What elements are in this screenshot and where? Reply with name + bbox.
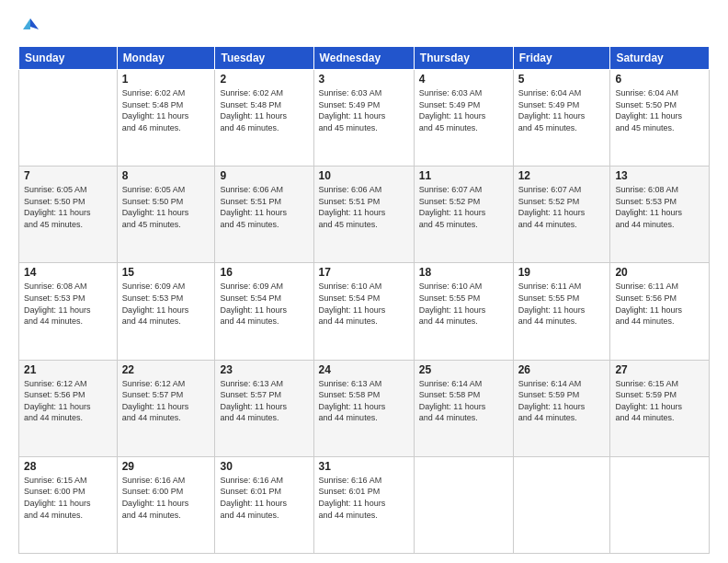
calendar-header-saturday: Saturday bbox=[610, 47, 710, 70]
calendar-cell: 23 Sunrise: 6:13 AM Sunset: 5:57 PM Dayl… bbox=[215, 360, 313, 456]
day-number: 13 bbox=[615, 169, 704, 182]
day-number: 28 bbox=[24, 460, 112, 473]
calendar-week-5: 28 Sunrise: 6:15 AM Sunset: 6:00 PM Dayl… bbox=[19, 456, 710, 553]
calendar-week-4: 21 Sunrise: 6:12 AM Sunset: 5:56 PM Dayl… bbox=[19, 360, 710, 456]
calendar-cell: 22 Sunrise: 6:12 AM Sunset: 5:57 PM Dayl… bbox=[117, 360, 215, 456]
calendar-header-tuesday: Tuesday bbox=[215, 47, 313, 70]
calendar-cell: 24 Sunrise: 6:13 AM Sunset: 5:58 PM Dayl… bbox=[313, 360, 414, 456]
day-number: 30 bbox=[220, 460, 308, 473]
day-info: Sunrise: 6:08 AM Sunset: 5:53 PM Dayligh… bbox=[615, 184, 704, 230]
calendar-cell: 3 Sunrise: 6:03 AM Sunset: 5:49 PM Dayli… bbox=[313, 70, 414, 167]
calendar-cell: 15 Sunrise: 6:09 AM Sunset: 5:53 PM Dayl… bbox=[117, 263, 215, 360]
calendar-cell bbox=[610, 456, 710, 553]
calendar-cell: 1 Sunrise: 6:02 AM Sunset: 5:48 PM Dayli… bbox=[117, 70, 215, 167]
calendar-cell: 25 Sunrise: 6:14 AM Sunset: 5:58 PM Dayl… bbox=[414, 360, 513, 456]
calendar-cell bbox=[513, 456, 610, 553]
calendar-cell: 14 Sunrise: 6:08 AM Sunset: 5:53 PM Dayl… bbox=[19, 263, 118, 360]
day-info: Sunrise: 6:16 AM Sunset: 6:00 PM Dayligh… bbox=[122, 475, 210, 521]
day-number: 7 bbox=[24, 169, 112, 182]
calendar-week-3: 14 Sunrise: 6:08 AM Sunset: 5:53 PM Dayl… bbox=[19, 263, 710, 360]
day-number: 15 bbox=[122, 266, 210, 279]
svg-marker-0 bbox=[30, 18, 39, 29]
calendar-cell: 21 Sunrise: 6:12 AM Sunset: 5:56 PM Dayl… bbox=[19, 360, 118, 456]
day-info: Sunrise: 6:08 AM Sunset: 5:53 PM Dayligh… bbox=[24, 281, 112, 327]
day-info: Sunrise: 6:02 AM Sunset: 5:48 PM Dayligh… bbox=[122, 87, 210, 133]
calendar-cell: 16 Sunrise: 6:09 AM Sunset: 5:54 PM Dayl… bbox=[215, 263, 313, 360]
day-info: Sunrise: 6:16 AM Sunset: 6:01 PM Dayligh… bbox=[220, 475, 308, 521]
day-info: Sunrise: 6:12 AM Sunset: 5:57 PM Dayligh… bbox=[122, 378, 210, 424]
day-info: Sunrise: 6:03 AM Sunset: 5:49 PM Dayligh… bbox=[419, 87, 508, 133]
day-number: 21 bbox=[24, 363, 112, 376]
day-info: Sunrise: 6:10 AM Sunset: 5:54 PM Dayligh… bbox=[319, 281, 409, 327]
day-info: Sunrise: 6:06 AM Sunset: 5:51 PM Dayligh… bbox=[220, 184, 308, 230]
day-number: 4 bbox=[419, 73, 508, 86]
logo-icon bbox=[20, 17, 40, 37]
day-number: 26 bbox=[518, 363, 606, 376]
day-info: Sunrise: 6:10 AM Sunset: 5:55 PM Dayligh… bbox=[419, 281, 508, 327]
calendar-cell: 29 Sunrise: 6:16 AM Sunset: 6:00 PM Dayl… bbox=[117, 456, 215, 553]
day-info: Sunrise: 6:06 AM Sunset: 5:51 PM Dayligh… bbox=[319, 184, 409, 230]
calendar-cell: 8 Sunrise: 6:05 AM Sunset: 5:50 PM Dayli… bbox=[117, 167, 215, 263]
day-number: 8 bbox=[122, 169, 210, 182]
calendar-cell bbox=[19, 70, 118, 167]
calendar-cell: 27 Sunrise: 6:15 AM Sunset: 5:59 PM Dayl… bbox=[610, 360, 710, 456]
day-info: Sunrise: 6:14 AM Sunset: 5:59 PM Dayligh… bbox=[518, 378, 606, 424]
calendar-cell: 30 Sunrise: 6:16 AM Sunset: 6:01 PM Dayl… bbox=[215, 456, 313, 553]
day-number: 1 bbox=[122, 73, 210, 86]
day-number: 11 bbox=[419, 169, 508, 182]
day-info: Sunrise: 6:11 AM Sunset: 5:55 PM Dayligh… bbox=[518, 281, 606, 327]
day-info: Sunrise: 6:05 AM Sunset: 5:50 PM Dayligh… bbox=[24, 184, 112, 230]
day-number: 31 bbox=[319, 460, 409, 473]
day-info: Sunrise: 6:03 AM Sunset: 5:49 PM Dayligh… bbox=[319, 87, 409, 133]
day-number: 29 bbox=[122, 460, 210, 473]
day-info: Sunrise: 6:13 AM Sunset: 5:58 PM Dayligh… bbox=[319, 378, 409, 424]
calendar-cell: 11 Sunrise: 6:07 AM Sunset: 5:52 PM Dayl… bbox=[414, 167, 513, 263]
day-info: Sunrise: 6:16 AM Sunset: 6:01 PM Dayligh… bbox=[319, 475, 409, 521]
calendar: SundayMondayTuesdayWednesdayThursdayFrid… bbox=[18, 46, 710, 554]
calendar-cell: 2 Sunrise: 6:02 AM Sunset: 5:48 PM Dayli… bbox=[215, 70, 313, 167]
day-number: 10 bbox=[319, 169, 409, 182]
calendar-header-thursday: Thursday bbox=[414, 47, 513, 70]
day-info: Sunrise: 6:04 AM Sunset: 5:50 PM Dayligh… bbox=[615, 87, 704, 133]
calendar-cell: 7 Sunrise: 6:05 AM Sunset: 5:50 PM Dayli… bbox=[19, 167, 118, 263]
day-info: Sunrise: 6:07 AM Sunset: 5:52 PM Dayligh… bbox=[419, 184, 508, 230]
day-number: 6 bbox=[615, 73, 704, 86]
page: SundayMondayTuesdayWednesdayThursdayFrid… bbox=[0, 0, 728, 563]
calendar-cell: 20 Sunrise: 6:11 AM Sunset: 5:56 PM Dayl… bbox=[610, 263, 710, 360]
header bbox=[18, 17, 710, 37]
day-number: 18 bbox=[419, 266, 508, 279]
calendar-cell: 4 Sunrise: 6:03 AM Sunset: 5:49 PM Dayli… bbox=[414, 70, 513, 167]
day-info: Sunrise: 6:15 AM Sunset: 6:00 PM Dayligh… bbox=[24, 475, 112, 521]
calendar-cell: 18 Sunrise: 6:10 AM Sunset: 5:55 PM Dayl… bbox=[414, 263, 513, 360]
day-info: Sunrise: 6:11 AM Sunset: 5:56 PM Dayligh… bbox=[615, 281, 704, 327]
day-number: 9 bbox=[220, 169, 308, 182]
day-number: 16 bbox=[220, 266, 308, 279]
calendar-cell: 28 Sunrise: 6:15 AM Sunset: 6:00 PM Dayl… bbox=[19, 456, 118, 553]
day-number: 12 bbox=[518, 169, 606, 182]
calendar-header-monday: Monday bbox=[117, 47, 215, 70]
calendar-cell: 13 Sunrise: 6:08 AM Sunset: 5:53 PM Dayl… bbox=[610, 167, 710, 263]
calendar-cell: 10 Sunrise: 6:06 AM Sunset: 5:51 PM Dayl… bbox=[313, 167, 414, 263]
day-number: 22 bbox=[122, 363, 210, 376]
day-number: 5 bbox=[518, 73, 606, 86]
day-number: 2 bbox=[220, 73, 308, 86]
day-info: Sunrise: 6:13 AM Sunset: 5:57 PM Dayligh… bbox=[220, 378, 308, 424]
logo bbox=[18, 17, 40, 37]
calendar-cell bbox=[414, 456, 513, 553]
calendar-header-row: SundayMondayTuesdayWednesdayThursdayFrid… bbox=[19, 47, 710, 70]
calendar-cell: 17 Sunrise: 6:10 AM Sunset: 5:54 PM Dayl… bbox=[313, 263, 414, 360]
day-number: 27 bbox=[615, 363, 704, 376]
calendar-cell: 31 Sunrise: 6:16 AM Sunset: 6:01 PM Dayl… bbox=[313, 456, 414, 553]
day-info: Sunrise: 6:07 AM Sunset: 5:52 PM Dayligh… bbox=[518, 184, 606, 230]
day-number: 25 bbox=[419, 363, 508, 376]
calendar-cell: 9 Sunrise: 6:06 AM Sunset: 5:51 PM Dayli… bbox=[215, 167, 313, 263]
calendar-cell: 6 Sunrise: 6:04 AM Sunset: 5:50 PM Dayli… bbox=[610, 70, 710, 167]
day-number: 24 bbox=[319, 363, 409, 376]
day-info: Sunrise: 6:02 AM Sunset: 5:48 PM Dayligh… bbox=[220, 87, 308, 133]
calendar-cell: 12 Sunrise: 6:07 AM Sunset: 5:52 PM Dayl… bbox=[513, 167, 610, 263]
calendar-header-sunday: Sunday bbox=[19, 47, 118, 70]
day-number: 23 bbox=[220, 363, 308, 376]
calendar-cell: 5 Sunrise: 6:04 AM Sunset: 5:49 PM Dayli… bbox=[513, 70, 610, 167]
day-info: Sunrise: 6:15 AM Sunset: 5:59 PM Dayligh… bbox=[615, 378, 704, 424]
calendar-cell: 26 Sunrise: 6:14 AM Sunset: 5:59 PM Dayl… bbox=[513, 360, 610, 456]
